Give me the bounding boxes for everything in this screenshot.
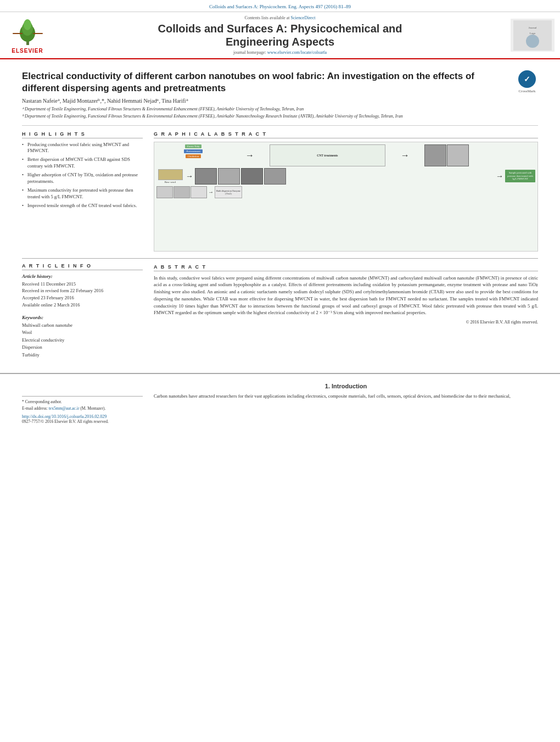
crossmark-label: CrossMark [518,89,535,93]
ga-arrow-bottom: → [208,189,214,195]
article-info-content: A R T I C L E I N F O Article history: R… [22,263,538,359]
intro-text: Carbon nanotubes have attracted research… [154,393,538,400]
doi-line: http://dx.doi.org/10.1016/j.colsurfa.201… [22,414,143,419]
bottom-right: 1. Introduction Carbon nanotubes have at… [154,380,538,424]
ga-sample-img-2 [218,168,240,185]
article-info-section: A R T I C L E I N F O Article history: R… [22,258,538,359]
right-col: G R A P H I C A L A B S T R A C T Ferric… [154,131,538,258]
ga-final-sample-label: Sample pretreated with protease then tre… [505,170,535,183]
page: Colloids and Surfaces A: Physicochem. En… [0,0,560,742]
ga-arrow-right-2: → [387,144,423,166]
keyword-3: Electrical conductivity [22,337,143,344]
journal-title-area: Contents lists available at ScienceDirec… [55,15,505,55]
graphical-abstract-header: G R A P H I C A L A B S T R A C T [154,131,538,138]
article-title-section: Electrical conductivity of different car… [22,65,538,126]
available-date: Available online 2 March 2016 [22,302,143,309]
email-line: E-mail address: tex5mm@aut.ac.ir (M. Mon… [22,405,143,412]
svg-text:Logo: Logo [530,32,536,35]
ga-top-labels: Ferric Tidy Pretreatment Oxidation → CNT… [156,144,535,166]
abstract-header: A B S T R A C T [154,264,538,271]
abstract-section: A B S T R A C T In this study, conductiv… [154,264,538,325]
two-col-body: H I G H L I G H T S Producing conductive… [22,126,538,258]
ga-sample-img-3 [241,168,263,185]
keyword-2: Wool [22,329,143,337]
ga-label-ferric-tidy: Ferric Tidy [185,144,201,148]
ga-granule-3 [191,186,207,198]
highlights-section: H I G H L I G H T S Producing conductive… [22,131,143,209]
ga-arrow-right-1: → [231,144,268,166]
abstract-copyright: © 2016 Elsevier B.V. All rights reserved… [154,320,538,325]
crossmark-icon: ✓ [518,70,536,88]
keywords-label: Keywords: [22,315,143,320]
highlight-item-1: Producing conductive wool fabric using M… [22,142,143,155]
intro-section-title: 1. Introduction [154,383,538,389]
article-info-left: A R T I C L E I N F O Article history: R… [22,263,143,359]
highlights-list: Producing conductive wool fabric using M… [22,142,143,209]
authors-line: Nastaran Nafeieᵃ, Majid Montazerᵇ,*, Nah… [22,98,511,104]
affiliation-b: ᵇ Department of Textile Engineering, Fun… [22,113,511,119]
affiliations: ᵃ Department of Textile Engineering, Fun… [22,106,511,119]
ga-raw-wool: Raw wool [156,169,184,183]
abstract-text: In this study, conductive wool fabrics w… [154,275,538,317]
article-history-label: Article history: [22,274,143,279]
ga-raw-wool-img [158,169,183,180]
email-link[interactable]: tex5mm@aut.ac.ir [49,406,80,411]
elsevier-label: ELSEVIER [12,48,43,54]
corresponding-author: * Corresponding author. E-mail address: … [22,396,143,412]
ga-sample-img-1 [195,168,217,185]
ga-sem-images [424,144,535,166]
main-content: Electrical conductivity of different car… [0,59,560,365]
highlight-item-2: Better dispersion of MWCNT with CTAB aga… [22,157,143,170]
ga-arrow-mid: → [186,172,193,181]
ga-raw-wool-label: Raw wool [165,181,176,183]
homepage-url-link[interactable]: www.elsevier.com/locate/colsurfa [267,50,327,55]
affiliation-a: ᵃ Department of Textile Engineering, Fun… [22,106,511,112]
ga-granule-2 [173,186,190,198]
accepted-date: Accepted 23 February 2016 [22,294,143,302]
ga-arrow-final: → [496,172,503,181]
contents-line: Contents lists available at ScienceDirec… [55,15,505,20]
elsevier-logo: ELSEVIER [5,16,49,54]
copyright-line: 0927-7757/© 2016 Elsevier B.V. All right… [22,419,143,424]
journal-main-title: Colloids and Surfaces A: Physicochemical… [55,22,505,48]
corresponding-label: * Corresponding author. [22,399,143,405]
left-col: H I G H L I G H T S Producing conductive… [22,131,143,258]
ga-sample-images [195,168,494,185]
ga-granule-1 [156,186,173,198]
ga-sem-image-2 [447,144,469,166]
doi-link[interactable]: http://dx.doi.org/10.1016/j.colsurfa.201… [22,414,107,419]
svg-text:Journal: Journal [529,26,537,29]
svg-rect-5 [33,33,43,34]
bottom-left: * Corresponding author. E-mail address: … [22,380,143,424]
keywords-list: Multiwall carbon nanotube Wool Electrica… [22,322,143,359]
article-title-text: Electrical conductivity of different car… [22,70,511,121]
svg-rect-4 [13,33,23,34]
ga-sample-img-4 [264,168,286,185]
journal-banner: ELSEVIER Contents lists available at Sci… [0,12,560,59]
ga-bottom-row: → Bath dispersion Enzyme (Tio2) [156,186,535,198]
ga-middle-row: Raw wool → → Sample pretr [156,168,535,185]
keyword-4: Dispersion [22,344,143,352]
article-info-header: A R T I C L E I N F O [22,263,143,270]
homepage-line: journal homepage: www.elsevier.com/locat… [55,50,505,55]
received-date: Received 11 December 2015 [22,281,143,288]
email-person: (M. Montazer). [80,406,105,411]
article-title: Electrical conductivity of different car… [22,70,511,94]
ga-label-oxidation: Oxidation [186,154,201,158]
svg-point-9 [526,35,539,48]
highlight-item-5: Improved tensile strength of the CNT tre… [22,203,143,209]
keyword-1: Multiwall carbon nanotube [22,322,143,330]
ga-granule-images [156,186,207,198]
highlights-header: H I G H L I G H T S [22,131,143,138]
crossmark-badge: ✓ CrossMark [516,70,538,93]
email-label-text: E-mail address: [22,406,48,411]
sciencedirect-link[interactable]: ScienceDirect [291,15,316,20]
svg-point-3 [24,19,31,30]
revised-date: Received in revised form 22 February 201… [22,287,143,294]
ga-sem-image-1 [424,144,446,166]
article-info-right: A B S T R A C T In this study, conductiv… [154,263,538,359]
bottom-section: * Corresponding author. E-mail address: … [0,374,560,429]
graphical-abstract-figure: Ferric Tidy Pretreatment Oxidation → CNT… [154,142,538,252]
highlight-item-3: Higher adsorption of CNT by TiO₂, oxidat… [22,172,143,185]
journal-reference-link[interactable]: Colloids and Surfaces A: Physicochem. En… [209,4,351,9]
